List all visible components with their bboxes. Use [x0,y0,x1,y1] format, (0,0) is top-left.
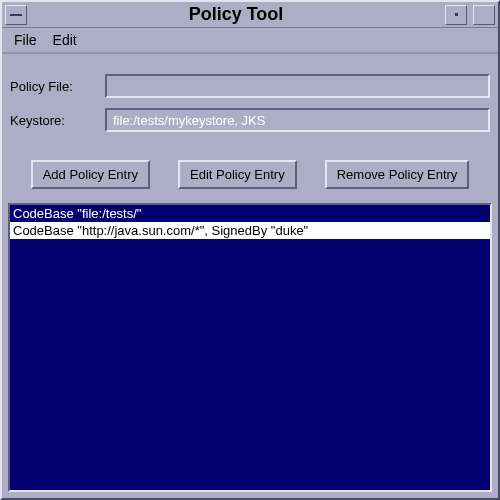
keystore-value: file:/tests/mykeystore, JKS [113,113,265,128]
minimize-button[interactable] [445,5,467,25]
remove-policy-entry-button[interactable]: Remove Policy Entry [325,160,470,189]
policy-entry-list[interactable]: CodeBase "file:/tests/"CodeBase "http://… [8,203,492,492]
button-row: Add Policy Entry Edit Policy Entry Remov… [2,150,498,203]
keystore-field[interactable]: file:/tests/mykeystore, JKS [105,108,490,132]
title-bar: Policy Tool [2,2,498,28]
window-menu-button[interactable] [5,5,27,25]
policy-file-row: Policy File: [10,74,490,98]
menu-edit[interactable]: Edit [47,29,87,51]
keystore-label: Keystore: [10,113,105,128]
policy-file-label: Policy File: [10,79,105,94]
keystore-row: Keystore: file:/tests/mykeystore, JKS [10,108,490,132]
maximize-button[interactable] [473,5,495,25]
edit-policy-entry-button[interactable]: Edit Policy Entry [178,160,297,189]
form-area: Policy File: Keystore: file:/tests/mykey… [2,54,498,150]
policy-file-field[interactable] [105,74,490,98]
menu-bar: File Edit [2,28,498,54]
policy-tool-window: Policy Tool File Edit Policy File: Keyst… [0,0,500,500]
minimize-icon [455,13,458,16]
window-title: Policy Tool [30,4,442,25]
policy-entry-item[interactable]: CodeBase "file:/tests/" [10,205,490,222]
add-policy-entry-button[interactable]: Add Policy Entry [31,160,150,189]
menu-file[interactable]: File [8,29,47,51]
policy-entry-item[interactable]: CodeBase "http://java.sun.com/*", Signed… [10,222,490,239]
menu-icon [10,14,22,16]
